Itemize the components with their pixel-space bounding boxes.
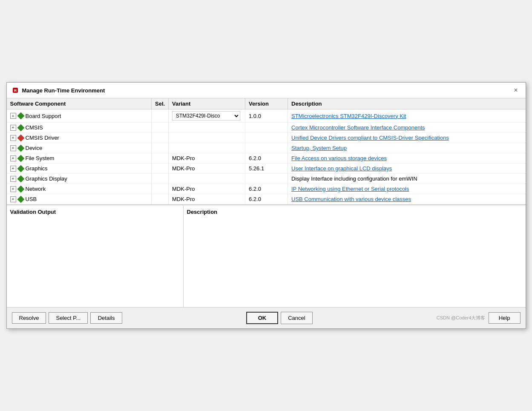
dialog-title: Manage Run-Time Environment [22,87,105,94]
resolve-button[interactable]: Resolve [12,312,46,324]
version-cell: 6.2.0 [245,184,288,194]
watermark-text: CSDN @Coder4大博客 [437,315,485,321]
description-cell[interactable]: Unified Device Drivers compliant to CMSI… [288,133,526,143]
table-row: +GraphicsMDK-Pro5.26.1User Interface on … [7,164,526,174]
description-link[interactable]: IP Networking using Ethernet or Serial p… [291,186,409,192]
table-row: +Graphics DisplayDisplay Interface inclu… [7,174,526,184]
svg-text:R: R [14,89,17,93]
cancel-button[interactable]: Cancel [281,312,313,324]
ok-button[interactable]: OK [246,312,278,324]
version-cell [245,133,288,143]
component-label: CMSIS [26,124,43,131]
variant-select[interactable]: STM32F429I-DiscoSTM32F746G-DiscoSTM32F4-… [172,111,240,121]
table-row: +Board SupportSTM32F429I-DiscoSTM32F746G… [7,109,526,123]
component-label: Network [26,186,46,192]
green-diamond-icon [18,196,24,202]
variant-cell [169,123,245,133]
sel-cell [152,133,169,143]
description-cell[interactable]: Startup, System Setup [288,143,526,153]
version-cell [245,123,288,133]
select-p-button[interactable]: Select P... [49,312,88,324]
validation-panel: Validation Output [7,205,184,307]
description-link[interactable]: File Access on various storage devices [291,155,387,161]
variant-cell: MDK-Pro [169,184,245,194]
expand-button[interactable]: + [10,176,16,182]
col-header-description: Description [288,98,526,109]
description-cell: Display Interface including configuratio… [288,174,526,184]
description-cell[interactable]: File Access on various storage devices [288,153,526,164]
details-button[interactable]: Details [90,312,122,324]
title-bar: R Manage Run-Time Environment × [7,83,526,98]
version-cell: 1.0.0 [245,109,288,123]
component-cell: +File System [7,153,152,164]
bottom-section: Validation Output Description [7,205,526,307]
version-cell: 6.2.0 [245,153,288,164]
description-link[interactable]: USB Communication with various device cl… [291,196,411,202]
expand-button[interactable]: + [10,125,16,131]
expand-button[interactable]: + [10,166,16,172]
green-diamond-icon [18,176,24,182]
description-cell[interactable]: Cortex Microcontroller Software Interfac… [288,123,526,133]
variant-cell [169,133,245,143]
description-link[interactable]: Cortex Microcontroller Software Interfac… [291,124,425,131]
variant-cell: MDK-Pro [169,164,245,174]
col-header-version: Version [245,98,288,109]
footer: Resolve Select P... Details OK Cancel CS… [7,307,526,328]
table-row: +USBMDK-Pro6.2.0USB Communication with v… [7,194,526,204]
component-label: File System [26,155,55,161]
green-diamond-icon [18,155,24,161]
component-cell: +USB [7,194,152,204]
col-header-sel: Sel. [152,98,169,109]
expand-button[interactable]: + [10,135,16,141]
sel-cell [152,123,169,133]
table-row: +DeviceStartup, System Setup [7,143,526,153]
help-button[interactable]: Help [489,312,520,324]
sel-cell [152,184,169,194]
green-diamond-icon [18,125,24,131]
expand-button[interactable]: + [10,155,16,161]
sel-cell [152,164,169,174]
footer-center-buttons: OK Cancel [246,312,313,324]
component-cell: +Device [7,143,152,153]
description-cell[interactable]: User Interface on graphical LCD displays [288,164,526,174]
variant-cell: MDK-Pro [169,194,245,204]
component-label: Graphics [26,165,48,172]
component-cell: +CMSIS [7,123,152,133]
version-cell: 6.2.0 [245,194,288,204]
title-bar-left: R Manage Run-Time Environment [12,87,105,94]
description-link[interactable]: Unified Device Drivers compliant to CMSI… [291,135,449,141]
table-body: +Board SupportSTM32F429I-DiscoSTM32F746G… [7,109,526,204]
component-table-section: Software Component Sel. Variant Version … [7,98,526,205]
close-button[interactable]: × [511,86,520,95]
description-link[interactable]: User Interface on graphical LCD displays [291,165,392,172]
description-link[interactable]: STMicroelectronics STM32F429I-Discovery … [291,113,406,119]
red-diamond-icon [18,135,24,141]
sel-cell [152,109,169,123]
description-panel: Description [184,205,526,307]
expand-button[interactable]: + [10,196,16,202]
col-header-variant: Variant [169,98,245,109]
expand-button[interactable]: + [10,113,16,119]
component-cell: +Network [7,184,152,194]
green-diamond-icon [18,186,24,192]
description-cell[interactable]: STMicroelectronics STM32F429I-Discovery … [288,109,526,123]
description-link[interactable]: Startup, System Setup [291,145,347,151]
sel-cell [152,153,169,164]
component-label: USB [26,196,37,202]
version-cell [245,143,288,153]
description-panel-title: Description [187,209,522,215]
variant-cell: MDK-Pro [169,153,245,164]
variant-cell [169,174,245,184]
expand-button[interactable]: + [10,145,16,151]
sel-cell [152,143,169,153]
description-cell[interactable]: IP Networking using Ethernet or Serial p… [288,184,526,194]
component-cell: +Board Support [7,109,152,123]
component-label: CMSIS Driver [26,135,59,141]
version-cell [245,174,288,184]
app-icon: R [12,87,19,94]
expand-button[interactable]: + [10,186,16,192]
component-label: Board Support [26,113,61,119]
component-table: Software Component Sel. Variant Version … [7,98,526,204]
col-header-component: Software Component [7,98,152,109]
description-cell[interactable]: USB Communication with various device cl… [288,194,526,204]
